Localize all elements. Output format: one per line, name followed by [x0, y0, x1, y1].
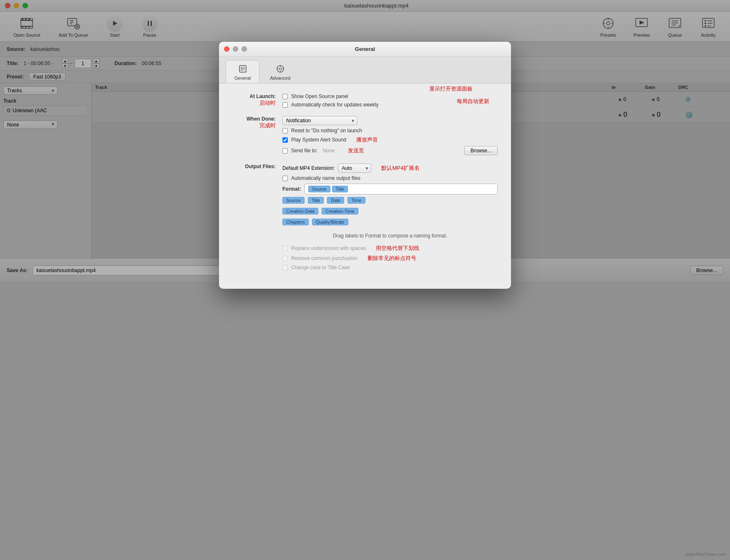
modal-close-button[interactable] — [224, 46, 229, 52]
mp4-extension-row: Default MP4 Extension: Auto ▼ 默认MP4扩展名 — [282, 164, 498, 173]
zh-remove-annotation: 删除常见的标点符号 — [368, 255, 416, 262]
reset-checkbox[interactable] — [282, 128, 288, 134]
zh-auto-annotation: 每周自动更新 — [457, 98, 489, 105]
available-tag-date[interactable]: Date — [327, 197, 344, 204]
mp4-dropdown[interactable]: Auto — [338, 164, 371, 173]
tab-general[interactable]: General — [226, 60, 259, 83]
remove-punctuation-row: Remove common punctuation 删除常见的标点符号 — [282, 255, 498, 262]
zh-play-annotation: 播放声音 — [356, 136, 378, 144]
format-field[interactable]: Source Title — [305, 184, 498, 194]
auto-check-updates-checkbox[interactable] — [282, 102, 288, 108]
at-launch-row: At Launch: 启动时 Show Open Source panel Au… — [232, 93, 498, 108]
zh-replace-annotation: 用空格代替下划线 — [376, 245, 419, 252]
format-label: Format: — [282, 186, 301, 192]
modal-titlebar: General — [219, 42, 511, 57]
zh-mp4-annotation: 默认MP4扩展名 — [381, 164, 420, 172]
remove-punctuation-checkbox[interactable] — [282, 256, 288, 261]
show-open-source-checkbox[interactable] — [282, 94, 288, 99]
reset-label: Reset to "Do nothing" on launch — [291, 128, 362, 134]
reset-checkbox-row: Reset to "Do nothing" on launch — [282, 128, 498, 134]
format-tag-source[interactable]: Source — [308, 186, 330, 192]
send-file-checkbox[interactable] — [282, 148, 288, 154]
at-launch-zh-label: 启动时 — [232, 99, 276, 107]
modal-title: General — [355, 46, 375, 52]
send-file-browse-button[interactable]: Browse... — [464, 146, 498, 155]
modal-overlay: General General — [0, 0, 730, 560]
remove-punctuation-label: Remove common punctuation — [291, 255, 357, 261]
replace-underscores-row: Replace underscores with spaces 用空格代替下划线 — [282, 245, 498, 252]
available-tag-creation-time[interactable]: Creation-Time — [322, 208, 358, 214]
play-alert-row: Play System Alert Sound 播放声音 — [282, 136, 498, 144]
available-tag-creation-date[interactable]: Creation-Date — [282, 208, 318, 214]
output-files-row: Output Files: Default MP4 Extension: Aut… — [232, 164, 498, 270]
send-file-row: Send file to: None 发送至 Browse... — [282, 146, 498, 155]
replace-underscores-checkbox[interactable] — [282, 246, 288, 251]
output-files-label: Output Files: — [232, 164, 276, 169]
available-tag-quality[interactable]: Quality/Bitrate — [312, 219, 348, 225]
advanced-tab-icon — [275, 64, 285, 74]
modal-traffic-lights — [224, 46, 247, 52]
auto-name-checkbox[interactable] — [282, 176, 288, 181]
format-tags-row3: Chapters Quality/Bitrate — [282, 219, 498, 225]
available-tag-title[interactable]: Title — [308, 197, 324, 204]
zh-send-annotation: 发送至 — [348, 147, 364, 154]
modal-tabs: General Advanced — [219, 57, 511, 83]
format-hint: Drag labels to Format to compose a namin… — [282, 233, 498, 239]
mp4-label: Default MP4 Extension: — [282, 165, 335, 171]
modal-dialog: General General — [219, 42, 511, 289]
replace-underscores-label: Replace underscores with spaces — [291, 245, 366, 251]
zh-show-annotation: 显示打开资源面板 — [429, 85, 473, 93]
change-case-row: Change case to Title Case — [282, 265, 498, 270]
when-done-zh-label: 完成时 — [232, 122, 276, 129]
auto-name-row: Automatically name output files — [282, 175, 498, 181]
auto-name-label: Automatically name output files — [291, 175, 360, 181]
modal-content: At Launch: 启动时 Show Open Source panel Au… — [219, 83, 511, 289]
when-done-dropdown[interactable]: Notification — [282, 116, 357, 125]
play-alert-checkbox[interactable] — [282, 137, 288, 143]
send-file-value: None — [322, 148, 335, 154]
tab-general-label: General — [234, 76, 251, 81]
general-tab-icon — [238, 64, 248, 74]
send-file-label: Send file to: — [291, 148, 317, 154]
format-tag-title[interactable]: Title — [332, 186, 348, 192]
change-case-checkbox[interactable] — [282, 265, 288, 270]
tab-advanced-label: Advanced — [270, 76, 290, 81]
tab-advanced[interactable]: Advanced — [261, 60, 299, 83]
format-tags-row2: Creation-Date Creation-Time — [282, 208, 498, 214]
at-launch-label: At Launch: — [232, 93, 276, 99]
modal-maximize-button[interactable] — [242, 46, 247, 52]
change-case-label: Change case to Title Case — [291, 265, 350, 270]
format-row: Format: Source Title — [282, 184, 498, 194]
play-alert-label: Play System Alert Sound — [291, 137, 346, 143]
when-done-dropdown-row: Notification ▼ — [282, 116, 498, 125]
modal-minimize-button[interactable] — [233, 46, 238, 52]
when-done-label: When Done: — [232, 116, 276, 122]
available-tag-chapters[interactable]: Chapters — [282, 219, 309, 225]
available-tag-time[interactable]: Time — [347, 197, 365, 204]
show-open-source-label: Show Open Source panel — [291, 93, 348, 99]
auto-check-updates-label: Automatically check for updates weekly — [291, 102, 378, 108]
available-tag-source[interactable]: Source — [282, 197, 305, 204]
when-done-row: When Done: 完成时 Notification ▼ — [232, 116, 498, 155]
format-tags-row1: Source Title Date Time — [282, 197, 498, 204]
